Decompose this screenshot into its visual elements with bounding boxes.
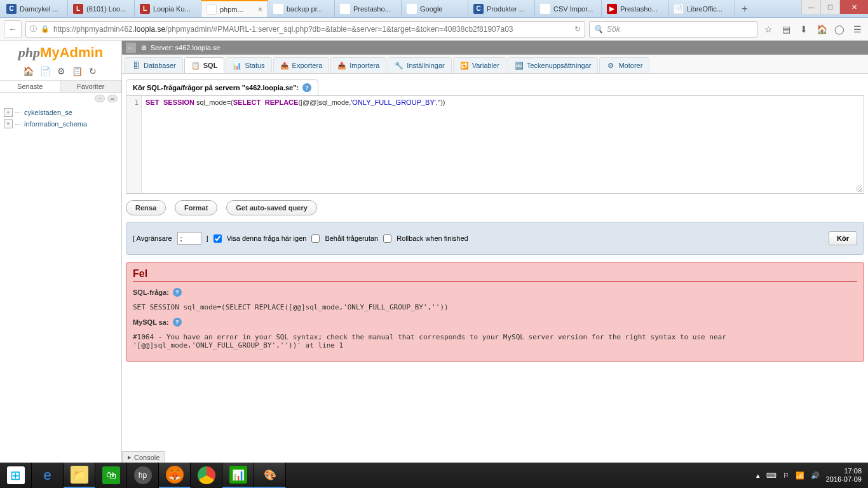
start-button[interactable]: ⊞ [0, 463, 32, 488]
tab-icon: 📤 [280, 61, 289, 70]
show-again-checkbox[interactable] [214, 234, 222, 243]
pma-tab-sql[interactable]: 📋SQL [184, 57, 225, 73]
taskbar-firefox[interactable]: 🦊 [159, 463, 191, 488]
system-tray[interactable]: ▴ ⌨ ⚐ 📶 🔊 17:08 2016-07-09 [750, 467, 868, 484]
browser-tab[interactable]: ⚙Prestasho... [335, 0, 402, 17]
browser-tab[interactable]: CProdukter ... [468, 0, 535, 17]
home-icon[interactable]: 🏠 [815, 22, 829, 36]
favicon: ▶ [607, 4, 617, 14]
site-info-icon[interactable]: ⓘ [30, 24, 37, 34]
pma-tab-importera[interactable]: 📥Importera [330, 57, 386, 73]
show-again-label: Visa denna fråga här igen [227, 234, 307, 242]
downloads-icon[interactable]: ⬇ [797, 22, 811, 36]
taskbar-hp[interactable]: hp [127, 463, 159, 488]
nav-back-button[interactable]: ← [4, 20, 22, 38]
taskbar-chrome[interactable] [191, 463, 222, 488]
db-tree-item[interactable]: +information_schema [0, 118, 121, 130]
tab-label: CSV Impor... [553, 5, 593, 13]
delimiter-input[interactable] [177, 232, 201, 245]
pma-logo[interactable]: phpMyAdmin [0, 41, 121, 65]
rollback-checkbox[interactable] [383, 234, 391, 243]
sql-code[interactable]: SET SESSION sql_mode=(SELECT REPLACE([@@… [142, 96, 864, 193]
browser-tab[interactable]: GGoogle [402, 0, 468, 17]
tab-close-icon[interactable]: × [258, 5, 262, 14]
breadcrumb-back-button[interactable]: ← [126, 43, 136, 53]
sql-editor[interactable]: 1 SET SESSION sql_mode=(SELECT REPLACE([… [126, 95, 864, 194]
help-icon[interactable]: ? [173, 318, 182, 327]
delimiter-label: [ Avgränsare [133, 234, 172, 242]
pma-tab-exportera[interactable]: 📤Exportera [273, 57, 330, 73]
favicon: G [407, 4, 417, 14]
favicon: 📄 [674, 4, 684, 14]
sync-icon[interactable]: ◯ [832, 22, 846, 36]
pma-tab-inställningar[interactable]: 🔧Inställningar [388, 57, 451, 73]
favicon: L [73, 4, 83, 14]
tree-expand-icon[interactable]: + [4, 108, 13, 117]
tab-icon: 📥 [337, 61, 346, 70]
browser-tab[interactable]: ⚙phpm...× [201, 0, 268, 17]
autosave-button[interactable]: Get auto-saved query [226, 200, 316, 215]
browser-tab[interactable]: 📄LibreOffic... [668, 0, 735, 17]
taskbar-explorer[interactable]: 📁 [64, 463, 95, 488]
window-minimize[interactable]: — [801, 0, 820, 14]
window-close[interactable] [839, 0, 868, 14]
pma-tab-databaser[interactable]: 🗄Databaser [125, 57, 183, 73]
sidebar-tab-favorites[interactable]: Favoriter [61, 81, 122, 92]
tray-keyboard-icon[interactable]: ⌨ [766, 471, 776, 480]
tray-clock[interactable]: 17:08 2016-07-09 [826, 467, 862, 484]
url-input[interactable]: ⓘ 🔒 https://phpmyadmin462.loopia.se/phpm… [25, 21, 585, 37]
sidebar-quick-icons[interactable]: 🏠 📄 ⚙ 📋 ↻ [0, 65, 121, 80]
window-maximize[interactable]: ☐ [820, 0, 839, 14]
keep-box-checkbox[interactable] [311, 234, 320, 243]
link-button[interactable]: ∞ [107, 95, 118, 102]
clear-button[interactable]: Rensa [126, 200, 166, 215]
browser-tab[interactable]: LLoopia Ku... [135, 0, 201, 17]
menu-icon[interactable]: ☰ [850, 22, 864, 36]
browser-tab-strip: CDamcykel ...L(6101) Loo...LLoopia Ku...… [0, 0, 868, 18]
tab-label: Status [245, 62, 264, 69]
pma-tab-status[interactable]: 📊Status [226, 57, 271, 73]
browser-tab[interactable]: CDamcykel ... [1, 0, 68, 17]
browser-tab[interactable]: ⚙CSV Impor... [535, 0, 602, 17]
browser-tab[interactable]: Gbackup pr... [268, 0, 335, 17]
new-tab-button[interactable]: + [735, 0, 754, 17]
browser-tab[interactable]: L(6101) Loo... [68, 0, 135, 17]
run-button[interactable]: Kör [829, 231, 857, 245]
reload-icon[interactable]: ↻ [574, 25, 581, 34]
resize-handle[interactable] [856, 186, 862, 192]
collapse-all-button[interactable]: − [95, 95, 105, 102]
tab-label: Databaser [144, 62, 176, 69]
taskbar-ie[interactable]: e [32, 463, 64, 488]
favicon: L [140, 4, 150, 14]
taskbar-libreoffice[interactable]: 📊 [222, 463, 254, 488]
help-icon[interactable]: ? [302, 83, 311, 92]
rollback-label: Rollback when finished [397, 234, 468, 242]
error-mysql-label: MySQL sa: ? [133, 318, 857, 327]
console-toggle[interactable]: ▸ Console [122, 451, 165, 463]
tab-icon: 📊 [233, 61, 241, 70]
pma-tab-variabler[interactable]: 🔁Variabler [453, 57, 506, 73]
taskbar-store[interactable]: 🛍 [95, 463, 127, 488]
format-button[interactable]: Format [175, 200, 217, 215]
tree-expand-icon[interactable]: + [4, 119, 13, 128]
tray-volume-icon[interactable]: 🔊 [811, 471, 820, 480]
pma-tab-motorer[interactable]: ⚙Motorer [599, 57, 649, 73]
bookmark-star-icon[interactable]: ☆ [761, 22, 775, 36]
tray-action-icon[interactable]: ⚐ [783, 471, 789, 480]
taskbar-paint[interactable]: 🎨 [254, 463, 286, 488]
breadcrumb: ← 🖥 Server: s462.loopia.se [122, 41, 868, 55]
error-mysql-text: #1064 - You have an error in your SQL sy… [133, 333, 857, 349]
pma-tab-teckenuppsättningar[interactable]: 🔤Teckenuppsättningar [508, 57, 599, 73]
browser-tab[interactable]: ▶Prestasho... [602, 0, 668, 17]
help-icon[interactable]: ? [173, 288, 182, 297]
error-title: Fel [133, 268, 857, 281]
tab-label: SQL [203, 62, 218, 69]
sidebar-tab-recent[interactable]: Senaste [0, 81, 61, 92]
tray-network-icon[interactable]: 📶 [796, 471, 804, 480]
tray-chevron-icon[interactable]: ▴ [756, 471, 760, 480]
error-sql-text: SET SESSION sql_mode=(SELECT REPLACE([@@… [133, 303, 857, 311]
tab-icon: 🔁 [460, 61, 469, 70]
reader-icon[interactable]: ▤ [779, 22, 793, 36]
db-tree-item[interactable]: +cykelstaden_se [0, 107, 121, 118]
search-input[interactable]: 🔍 Sök [589, 21, 757, 37]
